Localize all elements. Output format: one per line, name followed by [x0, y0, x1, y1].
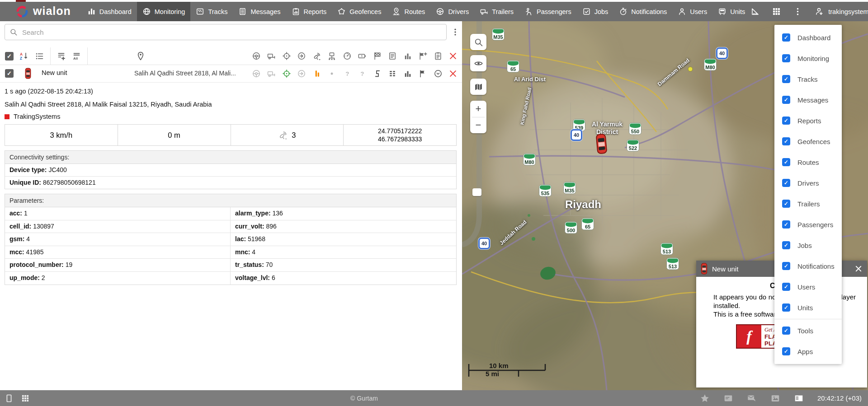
checkbox-checked-icon[interactable]: ✓ — [782, 327, 790, 335]
unit-name[interactable]: New unit — [42, 69, 67, 76]
checkbox-checked-icon[interactable]: ✓ — [782, 220, 790, 229]
chart-icon[interactable] — [403, 51, 412, 61]
connection-icon[interactable] — [327, 51, 336, 61]
bottom-grid-icon[interactable] — [21, 394, 30, 403]
nav-item-drivers[interactable]: Drivers — [430, 2, 474, 21]
more-menu-icon[interactable] — [793, 7, 802, 16]
checkbox-checked-icon[interactable]: ✓ — [782, 262, 790, 270]
menu-item-users[interactable]: ✓Users — [774, 276, 842, 297]
menu-item-drivers[interactable]: ✓Drivers — [774, 173, 842, 193]
menu-item-messages[interactable]: ✓Messages — [774, 89, 842, 110]
nav-item-reports[interactable]: Reports — [286, 2, 332, 21]
menu-item-trailers[interactable]: ✓Trailers — [774, 193, 842, 214]
trailer-icon[interactable] — [267, 51, 276, 61]
close-icon[interactable] — [854, 265, 863, 273]
nav-item-tracks[interactable]: Tracks — [190, 2, 233, 21]
menu-item-routes[interactable]: ✓Routes — [774, 152, 842, 173]
unit-checkbox[interactable]: ✓ — [5, 69, 14, 78]
checkbox-checked-icon[interactable]: ✓ — [782, 117, 790, 125]
battery-icon[interactable] — [358, 51, 367, 61]
sensor-bars-icon[interactable] — [312, 69, 321, 78]
checkbox-checked-icon[interactable]: ✓ — [782, 158, 790, 166]
menu-item-geofences[interactable]: ✓Geofences — [774, 131, 842, 152]
crosshair-icon[interactable] — [282, 69, 291, 78]
nav-item-routes[interactable]: Routes — [387, 2, 430, 21]
nav-item-notifications[interactable]: Notifications — [613, 2, 672, 21]
checkbox-checked-icon[interactable]: ✓ — [782, 347, 790, 355]
nav-item-messages[interactable]: Messages — [233, 2, 286, 21]
question-icon[interactable]: ? — [358, 69, 367, 78]
menu-item-reports[interactable]: ✓Reports — [774, 110, 842, 131]
dot-icon[interactable] — [327, 69, 336, 78]
menu-item-units[interactable]: ✓Units — [774, 297, 842, 318]
toggle-panel-icon[interactable] — [5, 394, 14, 403]
finish-flag-icon[interactable] — [373, 51, 382, 61]
motion-icon[interactable] — [297, 69, 306, 78]
layout-icon[interactable] — [794, 393, 804, 403]
checkbox-checked-icon[interactable]: ✓ — [782, 96, 790, 104]
select-all-checkbox[interactable]: ✓ — [5, 52, 14, 61]
motion-icon[interactable] — [297, 51, 306, 61]
nav-item-monitoring[interactable]: Monitoring — [137, 2, 191, 21]
notes-card-icon[interactable] — [723, 393, 733, 403]
close-x-icon[interactable] — [448, 51, 458, 61]
nav-item-dashboard[interactable]: Dashboard — [82, 2, 137, 21]
menu-item-passengers[interactable]: ✓Passengers — [774, 214, 842, 235]
satellite-icon[interactable] — [312, 51, 321, 61]
quickview-icon[interactable] — [388, 69, 397, 78]
sort-az-icon[interactable]: AZ — [19, 51, 29, 61]
nav-item-jobs[interactable]: Jobs — [577, 2, 614, 21]
wialon-logo[interactable]: wialon — [0, 2, 82, 21]
show-all-icon[interactable]: All — [72, 51, 81, 61]
checkbox-checked-icon[interactable]: ✓ — [782, 54, 790, 62]
notes-icon[interactable] — [388, 51, 397, 61]
link-s-icon[interactable] — [373, 69, 382, 78]
checkbox-checked-icon[interactable]: ✓ — [782, 75, 790, 83]
add-to-list-icon[interactable] — [57, 51, 66, 61]
driver-icon[interactable] — [252, 51, 261, 61]
chart-icon[interactable] — [403, 69, 412, 78]
map-search-button[interactable] — [470, 34, 486, 50]
map-layers-button[interactable] — [470, 79, 486, 95]
list-view-icon[interactable] — [35, 51, 44, 61]
panel-options-icon[interactable] — [451, 28, 460, 37]
apps-grid-icon[interactable] — [772, 7, 781, 16]
menu-item-apps[interactable]: ✓Apps — [774, 341, 842, 362]
close-x-icon[interactable] — [448, 69, 458, 78]
search-box[interactable] — [5, 24, 447, 40]
flag-plus-icon[interactable] — [418, 51, 427, 61]
media-icon[interactable] — [770, 393, 780, 403]
unit-row[interactable]: ✓ New unit Salih Al Qadhi Street 2818, A… — [0, 65, 462, 83]
flag-icon[interactable] — [418, 69, 427, 78]
menu-item-jobs[interactable]: ✓Jobs — [774, 235, 842, 256]
nav-item-passengers[interactable]: Passengers — [519, 2, 577, 21]
nav-item-geofences[interactable]: Geofences — [332, 2, 387, 21]
nav-item-trailers[interactable]: Trailers — [474, 2, 519, 21]
search-input[interactable] — [21, 28, 442, 37]
checkbox-checked-icon[interactable]: ✓ — [782, 200, 790, 208]
map-visibility-button[interactable] — [470, 55, 486, 71]
gauge-icon[interactable] — [343, 51, 352, 61]
menu-item-notifications[interactable]: ✓Notifications — [774, 256, 842, 276]
checkbox-checked-icon[interactable]: ✓ — [782, 303, 790, 312]
question-icon[interactable]: ? — [343, 69, 352, 78]
checkbox-checked-icon[interactable]: ✓ — [782, 137, 790, 145]
driver-icon[interactable] — [252, 69, 261, 78]
checkbox-checked-icon[interactable]: ✓ — [782, 241, 790, 249]
nav-item-units[interactable]: Units — [712, 2, 750, 21]
zoom-in-button[interactable]: + — [470, 101, 486, 117]
mail-icon[interactable] — [747, 393, 757, 403]
user-menu[interactable]: trakingsystems — [814, 7, 868, 16]
menu-item-tracks[interactable]: ✓Tracks — [774, 69, 842, 89]
menu-item-dashboard[interactable]: ✓Dashboard — [774, 27, 842, 48]
nav-item-users[interactable]: Users — [672, 2, 712, 21]
menu-item-monitoring[interactable]: ✓Monitoring — [774, 48, 842, 69]
unit-marker[interactable] — [595, 133, 608, 154]
checkbox-checked-icon[interactable]: ✓ — [782, 33, 790, 42]
favorites-star-icon[interactable] — [700, 393, 710, 403]
clipboard-icon[interactable] — [434, 51, 443, 61]
trailer-icon[interactable] — [267, 69, 276, 78]
checkbox-checked-icon[interactable]: ✓ — [782, 283, 790, 291]
menu-item-tools[interactable]: ✓Tools — [774, 320, 842, 341]
map-mini-toggle[interactable] — [472, 188, 481, 196]
